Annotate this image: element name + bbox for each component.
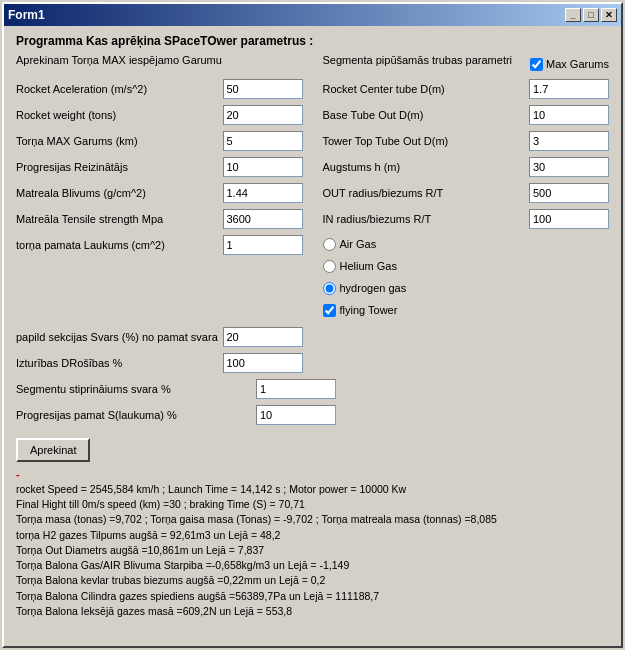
r-field-label-1: Base Tube Out D(m): [323, 109, 530, 121]
single-input-0[interactable]: [256, 379, 336, 399]
field-row-1: Rocket weight (tons): [16, 104, 303, 126]
field-input-4[interactable]: [223, 183, 303, 203]
title-bar-buttons: _ □ ✕: [565, 8, 617, 22]
main-form-grid: Rocket Aceleration (m/s^2) Rocket weight…: [16, 78, 609, 320]
r-field-row-1: Base Tube Out D(m): [323, 104, 610, 126]
field-row-0: Rocket Aceleration (m/s^2): [16, 78, 303, 100]
result-line: Torņa Balona Cilindra gazes spiediens au…: [16, 589, 609, 604]
bottom-row-1: Izturības DRošības %: [16, 352, 303, 374]
radio-hydrogen-label: hydrogen gas: [340, 282, 407, 294]
flying-tower-label: flying Tower: [340, 304, 398, 316]
max-garums-checkbox[interactable]: [530, 58, 543, 71]
left-subtitle: Aprekinam Torņa MAX iespējamo Garumu: [16, 54, 303, 66]
field-label-0: Rocket Aceleration (m/s^2): [16, 83, 223, 95]
right-subtitle: Segmenta pipūšamās trubas parametri: [323, 54, 513, 66]
right-column: Rocket Center tube D(m) Base Tube Out D(…: [323, 78, 610, 320]
field-input-3[interactable]: [223, 157, 303, 177]
single-input-1[interactable]: [256, 405, 336, 425]
field-row-4: Matreala Blivums (g/cm^2): [16, 182, 303, 204]
field-input-1[interactable]: [223, 105, 303, 125]
radio-helium-input[interactable]: [323, 260, 336, 273]
r-field-input-4[interactable]: [529, 183, 609, 203]
r-field-row-4: OUT radius/biezums R/T: [323, 182, 610, 204]
r-field-label-2: Tower Top Tube Out D(m): [323, 135, 530, 147]
field-input-2[interactable]: [223, 131, 303, 151]
main-window: Form1 _ □ ✕ Programma Kas aprēķina SPace…: [2, 2, 623, 648]
radio-air-input[interactable]: [323, 238, 336, 251]
bottom-input-1[interactable]: [223, 353, 303, 373]
single-row-0: Segmentu stiprināiums svara %: [16, 378, 609, 400]
field-label-1: Rocket weight (tons): [16, 109, 223, 121]
radio-air-label: Air Gas: [340, 238, 377, 250]
r-field-row-5: IN radius/biezums R/T: [323, 208, 610, 230]
field-label-5: Matreāla Tensile strength Mpa: [16, 213, 223, 225]
field-row-5: Matreāla Tensile strength Mpa: [16, 208, 303, 230]
result-line: Torņa Balona Gas/AIR Blivuma Starpiba =-…: [16, 558, 609, 573]
r-field-input-0[interactable]: [529, 79, 609, 99]
result-line: Torņa masa (tonas) =9,702 ; Torņa gaisa …: [16, 512, 609, 527]
bottom-input-0[interactable]: [223, 327, 303, 347]
r-field-input-1[interactable]: [529, 105, 609, 125]
r-field-input-5[interactable]: [529, 209, 609, 229]
section-title: Programma Kas aprēķina SPaceTOwer parame…: [16, 34, 609, 48]
window-title: Form1: [8, 8, 45, 22]
field-input-6[interactable]: [223, 235, 303, 255]
r-field-label-0: Rocket Center tube D(m): [323, 83, 530, 95]
field-input-0[interactable]: [223, 79, 303, 99]
r-field-label-3: Augstums h (m): [323, 161, 530, 173]
bottom-left: papild sekcijas Svars (%) no pamat svara…: [16, 326, 303, 378]
field-row-2: Torņa MAX Garums (km): [16, 130, 303, 152]
field-label-2: Torņa MAX Garums (km): [16, 135, 223, 147]
content-area: Programma Kas aprēķina SPaceTOwer parame…: [4, 26, 621, 646]
result-line: torņa H2 gazes Tilpums augšā = 92,61m3 u…: [16, 528, 609, 543]
result-line: Torņa Balona kevlar trubas biezums augšā…: [16, 573, 609, 588]
bottom-row-0: papild sekcijas Svars (%) no pamat svara: [16, 326, 303, 348]
r-field-input-3[interactable]: [529, 157, 609, 177]
close-button[interactable]: ✕: [601, 8, 617, 22]
r-field-row-0: Rocket Center tube D(m): [323, 78, 610, 100]
bottom-right: [323, 326, 610, 378]
field-row-3: Progresijas Reizinātājs: [16, 156, 303, 178]
results-text: rocket Speed = 2545,584 km/h ; Launch Ti…: [16, 482, 609, 619]
max-garums-label: Max Garums: [546, 58, 609, 70]
result-line: Final Hight till 0m/s speed (km) =30 ; b…: [16, 497, 609, 512]
result-line: Torņa Out Diametrs augšā =10,861m un Lej…: [16, 543, 609, 558]
result-line: Torņa Balona Ieksējā gazes masā =609,2N …: [16, 604, 609, 619]
single-label-0: Segmentu stiprināiums svara %: [16, 383, 256, 395]
field-input-5[interactable]: [223, 209, 303, 229]
left-column: Rocket Aceleration (m/s^2) Rocket weight…: [16, 78, 303, 320]
field-row-6: torņa pamata Laukums (cm^2): [16, 234, 303, 256]
r-field-row-2: Tower Top Tube Out D(m): [323, 130, 610, 152]
radio-helium: Helium Gas: [323, 256, 610, 276]
bottom-label-1: Izturības DRošības %: [16, 357, 223, 369]
bottom-label-0: papild sekcijas Svars (%) no pamat svara: [16, 331, 223, 343]
radio-hydrogen-input[interactable]: [323, 282, 336, 295]
flying-tower-checkbox[interactable]: [323, 304, 336, 317]
bottom-section: papild sekcijas Svars (%) no pamat svara…: [16, 326, 609, 426]
result-dash: -: [16, 468, 609, 480]
r-field-row-3: Augstums h (m): [323, 156, 610, 178]
radio-air: Air Gas: [323, 234, 610, 254]
maximize-button[interactable]: □: [583, 8, 599, 22]
single-label-1: Progresijas pamat S(laukuma) %: [16, 409, 256, 421]
flying-tower-row: flying Tower: [323, 300, 610, 320]
field-label-3: Progresijas Reizinātājs: [16, 161, 223, 173]
r-field-input-2[interactable]: [529, 131, 609, 151]
result-line: rocket Speed = 2545,584 km/h ; Launch Ti…: [16, 482, 609, 497]
gas-radio-group: Air Gas Helium Gas hydrogen gas: [323, 234, 610, 298]
field-label-6: torņa pamata Laukums (cm^2): [16, 239, 223, 251]
aprekinat-button[interactable]: Aprekinat: [16, 438, 90, 462]
minimize-button[interactable]: _: [565, 8, 581, 22]
radio-helium-label: Helium Gas: [340, 260, 397, 272]
field-label-4: Matreala Blivums (g/cm^2): [16, 187, 223, 199]
bottom-grid: papild sekcijas Svars (%) no pamat svara…: [16, 326, 609, 378]
radio-hydrogen: hydrogen gas: [323, 278, 610, 298]
result-area: - rocket Speed = 2545,584 km/h ; Launch …: [16, 468, 609, 619]
r-field-label-5: IN radius/biezums R/T: [323, 213, 530, 225]
r-field-label-4: OUT radius/biezums R/T: [323, 187, 530, 199]
title-bar: Form1 _ □ ✕: [4, 4, 621, 26]
single-row-1: Progresijas pamat S(laukuma) %: [16, 404, 609, 426]
